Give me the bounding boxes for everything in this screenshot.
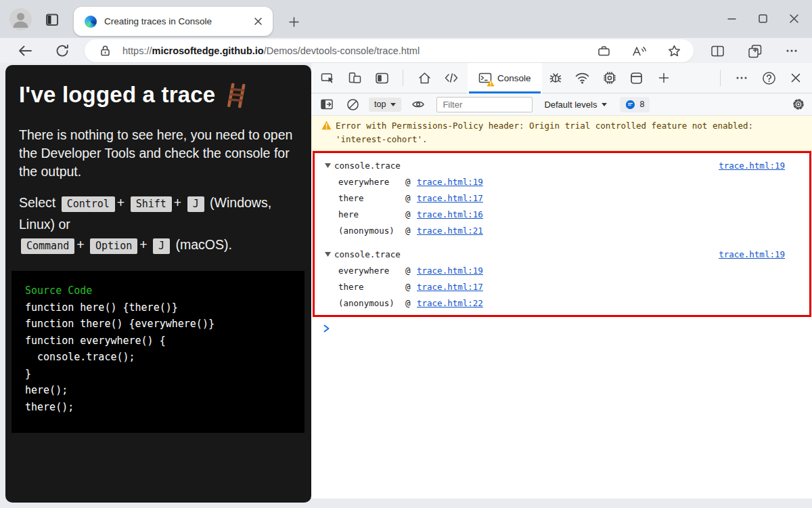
tab-title: Creating traces in Console — [104, 16, 251, 26]
console-prompt[interactable] — [311, 317, 812, 333]
briefcase-icon[interactable] — [595, 43, 612, 59]
console-toolbar: top Default levels 8 — [311, 93, 812, 116]
log-levels-label: Default levels — [544, 100, 597, 110]
more-menu-icon[interactable] — [782, 41, 801, 60]
context-selector-value: top — [374, 100, 386, 109]
inspect-element-icon[interactable] — [314, 63, 341, 93]
disclosure-triangle-icon[interactable] — [325, 252, 331, 257]
maximize-button[interactable] — [747, 0, 778, 37]
console-trace-group: console.trace trace.html:19 everywhere @… — [315, 156, 809, 240]
context-selector[interactable]: top — [369, 98, 401, 112]
source-location-link[interactable]: trace.html:19 — [719, 161, 785, 171]
devtools-more-icon[interactable] — [728, 63, 755, 93]
log-levels-dropdown[interactable]: Default levels — [544, 100, 607, 110]
stack-frame: (anonymous) @ trace.html:22 — [315, 295, 809, 311]
frame-source-link[interactable]: trace.html:19 — [417, 177, 483, 187]
url-path: /Demos/devtools-console/trace.html — [264, 45, 420, 56]
url-text: https://microsoftedge.github.io/Demos/de… — [122, 45, 577, 56]
device-emulation-icon[interactable] — [341, 63, 368, 93]
focus-mode-icon[interactable] — [368, 63, 395, 93]
console-settings-gear-icon[interactable] — [792, 98, 805, 111]
toolbar-divider — [403, 70, 403, 86]
split-screen-icon[interactable] — [708, 41, 727, 60]
chevron-down-icon — [390, 103, 396, 106]
frame-source-link[interactable]: trace.html:17 — [417, 193, 483, 203]
warning-line-2: 'interest-cohort'. — [336, 133, 805, 146]
devtools-panel: Console — [311, 63, 812, 499]
url-domain: microsoftedge.github.io — [152, 45, 264, 56]
read-aloud-icon[interactable] — [630, 43, 648, 59]
content-area: I've logged a trace There is nothing to … — [0, 63, 812, 503]
new-tab-button[interactable] — [284, 12, 303, 31]
tab-debugger-icon[interactable] — [542, 63, 569, 93]
filter-input[interactable] — [436, 97, 533, 112]
trace-group-header[interactable]: console.trace trace.html:19 — [315, 246, 809, 262]
collections-icon[interactable] — [745, 41, 764, 60]
devtools-close-icon[interactable] — [782, 63, 809, 93]
browser-window: Creating traces in Console — [0, 0, 812, 508]
source-code-title: Source Code — [25, 282, 304, 299]
code-line: console.trace(); — [25, 349, 304, 366]
tab-application-icon[interactable] — [623, 63, 650, 93]
console-sidebar-icon[interactable] — [314, 93, 340, 115]
warning-triangle-icon — [321, 121, 332, 130]
profile-avatar[interactable] — [9, 8, 32, 30]
stack-frame: there @ trace.html:17 — [315, 190, 809, 206]
code-line: function there() {everywhere()} — [25, 316, 304, 333]
stack-frame: everywhere @ trace.html:19 — [315, 262, 809, 278]
issues-counter[interactable]: 8 — [620, 97, 650, 112]
frame-source-link[interactable]: trace.html:17 — [417, 282, 483, 292]
tab-console[interactable]: Console — [468, 63, 542, 93]
shortcut-text: Select Control+ Shift+ J (Windows, Linux… — [19, 192, 307, 256]
intro-text: There is nothing to see here, you need t… — [19, 126, 300, 181]
devtools-help-icon[interactable] — [755, 63, 782, 93]
url-scheme: https:// — [122, 45, 152, 56]
warning-line-1: Error with Permissions-Policy header: Or… — [336, 119, 805, 133]
issues-bubble-icon — [625, 100, 635, 110]
favorite-star-icon[interactable] — [665, 43, 683, 59]
code-line: function here() {there()} — [25, 299, 304, 316]
window-controls — [716, 0, 809, 37]
trace-label: console.trace — [334, 249, 401, 259]
close-window-button[interactable] — [778, 0, 809, 37]
devtools-tab-bar: Console — [311, 63, 812, 93]
frame-source-link[interactable]: trace.html:19 — [417, 266, 483, 276]
key-command: Command — [21, 238, 74, 254]
edge-favicon — [85, 16, 97, 28]
key-j-mac: J — [153, 238, 170, 254]
trace-group-header[interactable]: console.trace trace.html:19 — [315, 157, 809, 173]
page-title: I've logged a trace — [19, 82, 298, 108]
code-line: function everywhere() { — [25, 333, 304, 350]
highlight-red-box: console.trace trace.html:19 everywhere @… — [313, 151, 811, 317]
console-prompt-icon — [323, 324, 330, 333]
clear-console-icon[interactable] — [340, 93, 365, 115]
more-tabs-icon[interactable] — [650, 63, 677, 93]
console-output: console.trace trace.html:19 everywhere @… — [311, 151, 812, 333]
source-location-link[interactable]: trace.html:19 — [719, 249, 785, 259]
minimize-button[interactable] — [716, 0, 747, 37]
live-expression-eye-icon[interactable] — [405, 93, 431, 115]
browser-tab[interactable]: Creating traces in Console — [74, 7, 273, 36]
tab-welcome-icon[interactable] — [411, 63, 438, 93]
console-trace-group: console.trace trace.html:19 everywhere @… — [315, 245, 809, 312]
tab-performance-icon[interactable] — [596, 63, 623, 93]
key-shift: Shift — [131, 196, 172, 212]
issues-count: 8 — [639, 100, 644, 109]
stack-frame: there @ trace.html:17 — [315, 278, 809, 295]
refresh-button[interactable] — [53, 41, 72, 60]
address-bar[interactable]: https://microsoftedge.github.io/Demos/de… — [85, 39, 694, 62]
frame-source-link[interactable]: trace.html:22 — [417, 298, 483, 308]
tab-close-icon[interactable] — [251, 15, 265, 28]
disclosure-triangle-icon[interactable] — [325, 163, 331, 168]
key-option: Option — [90, 238, 137, 254]
tab-network-icon[interactable] — [569, 63, 596, 93]
frame-source-link[interactable]: trace.html:16 — [417, 209, 483, 219]
frame-source-link[interactable]: trace.html:21 — [417, 226, 483, 236]
tab-actions-icon[interactable] — [45, 12, 60, 27]
key-j: J — [187, 196, 204, 212]
ladder-emoji-icon — [225, 83, 249, 109]
console-warning-badge — [487, 79, 495, 87]
tab-elements-icon[interactable] — [438, 63, 465, 93]
navigation-bar: https://microsoftedge.github.io/Demos/de… — [0, 38, 812, 63]
back-button[interactable] — [16, 41, 35, 60]
